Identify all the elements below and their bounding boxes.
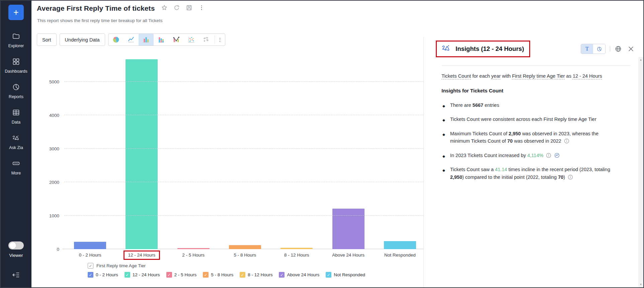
info-icon[interactable]	[567, 173, 573, 181]
legend-item-8-12-hours[interactable]: ✓8 - 12 Hours	[240, 272, 272, 278]
legend-checkbox[interactable]: ✓	[240, 272, 245, 278]
bar-0-2-hours[interactable]	[74, 242, 106, 249]
text-segment: as	[565, 73, 573, 79]
chart-type-more-icon[interactable]	[215, 34, 225, 46]
title-more-menu-icon[interactable]	[198, 4, 205, 12]
legend-item-2-5-hours[interactable]: ✓2 - 5 Hours	[166, 272, 197, 278]
text-segment: There are	[450, 102, 473, 108]
insight-field-link[interactable]: Tickets Count	[441, 73, 471, 79]
insight-field-link[interactable]: 12 - 24 Hours	[573, 73, 602, 79]
legend-checkbox[interactable]: ✓	[88, 272, 93, 278]
text-segment: 70	[558, 174, 563, 180]
x-axis-label-2-5-hours: 2 - 5 Hours	[168, 253, 219, 258]
bar-5-8-hours[interactable]	[229, 245, 261, 249]
refresh-icon[interactable]	[173, 4, 180, 12]
zia-icon	[441, 44, 451, 54]
zia-chart-icon[interactable]	[554, 152, 560, 159]
sidebar-bottom: Viewer	[1, 241, 31, 281]
save-icon[interactable]	[186, 4, 192, 12]
pie-chart-icon	[12, 83, 20, 92]
text-view-toggle[interactable]: T	[581, 44, 593, 54]
insights-panel-title: Insights (12 - 24 Hours)	[456, 45, 524, 53]
underlying-data-button[interactable]: Underlying Data	[60, 33, 105, 46]
sidebar-item-explorer[interactable]: Explorer	[8, 32, 24, 48]
legend-checkbox[interactable]: ✓	[203, 272, 209, 278]
app-window: + ExplorerDashboardsReportsDataAsk ZiaMo…	[0, 0, 644, 288]
legend-label: 5 - 8 Hours	[211, 272, 233, 277]
sidebar-item-data[interactable]: Data	[12, 109, 20, 125]
toggle-knob	[9, 242, 16, 249]
bar-slot	[168, 248, 219, 249]
bar-above-24-hours[interactable]	[332, 209, 365, 249]
text-segment: was observed in 2022	[513, 138, 561, 144]
sort-button[interactable]: Sort	[37, 33, 57, 46]
y-axis-label: 5000	[49, 79, 59, 84]
chart-type-map[interactable]	[199, 34, 214, 46]
sidebar-item-label: More	[11, 171, 21, 175]
chart-type-stacked-bar[interactable]	[154, 34, 169, 46]
chart-legend: ✓0 - 2 Hours✓12 - 24 Hours✓2 - 5 Hours✓5…	[88, 272, 429, 278]
create-new-button[interactable]: +	[8, 5, 24, 20]
bar-slot	[374, 241, 426, 249]
bar-8-12-hours[interactable]	[280, 248, 313, 249]
gridline	[64, 148, 426, 149]
folder-icon	[12, 32, 20, 41]
sidebar-item-more[interactable]: More	[11, 159, 21, 175]
sidebar-item-label: Data	[12, 120, 20, 125]
table-icon	[12, 109, 20, 118]
viewer-toggle[interactable]	[8, 241, 24, 249]
collapse-sidebar-button[interactable]	[12, 271, 20, 281]
chart-type-scatter[interactable]	[184, 34, 199, 46]
legend-item-5-8-hours[interactable]: ✓5 - 8 Hours	[203, 272, 233, 278]
bar-2-5-hours[interactable]	[177, 248, 210, 249]
insights-view-toggle: T	[581, 44, 606, 54]
legend-checkbox[interactable]: ✓	[166, 272, 172, 278]
bar-12-24-hours[interactable]	[126, 59, 158, 249]
favorite-star-icon[interactable]	[161, 4, 168, 12]
x-axis-label-not-responded: Not Responded	[374, 253, 426, 258]
legend-title: First Reply time Age Tier	[96, 263, 146, 268]
bar-slot	[322, 209, 374, 249]
info-icon[interactable]	[564, 137, 570, 145]
legend-item-above-24-hours[interactable]: ✓Above 24 Hours	[279, 272, 319, 278]
sidebar-item-dashboards[interactable]: Dashboards	[5, 58, 27, 74]
sidebar-item-label: Reports	[9, 94, 23, 99]
scrollbar[interactable]: ▲ ▼	[638, 57, 643, 287]
insight-field-link[interactable]: First Reply time Age Tier	[512, 73, 565, 79]
language-globe-button[interactable]	[615, 45, 622, 53]
legend-title-checkbox[interactable]: ✓	[88, 263, 93, 269]
insight-bullet: ◆Tickets Count were consistent across ea…	[441, 116, 619, 123]
text-segment: 2,950	[509, 131, 521, 136]
legend-checkbox[interactable]: ✓	[279, 272, 285, 278]
legend-item-not-responded[interactable]: ✓Not Responded	[326, 272, 365, 278]
gridline	[64, 215, 426, 216]
chart-type-combo[interactable]	[169, 34, 184, 46]
chart-type-bar-selected[interactable]	[139, 34, 154, 46]
close-insights-button[interactable]	[627, 45, 635, 53]
info-icon[interactable]	[546, 152, 552, 159]
scroll-up-arrow[interactable]: ▲	[640, 57, 642, 63]
chart-view-toggle[interactable]	[593, 44, 605, 54]
ellipsis-icon	[12, 159, 20, 168]
gridline	[64, 115, 426, 115]
bar-not-responded[interactable]	[384, 241, 416, 249]
chart-plot-area: 010002000300040005000	[64, 56, 426, 249]
legend-checkbox[interactable]: ✓	[125, 272, 130, 278]
sidebar-item-reports[interactable]: Reports	[9, 83, 23, 99]
bullet-diamond-icon: ◆	[442, 132, 445, 145]
y-axis-label: 4000	[49, 113, 59, 118]
text-segment: Tickets Count were consistent across eac…	[450, 117, 596, 122]
text-segment: for each	[471, 73, 491, 79]
legend-item-12-24-hours[interactable]: ✓12 - 24 Hours	[125, 272, 160, 278]
sidebar-item-ask-zia[interactable]: Ask Zia	[9, 134, 23, 150]
chart-type-pie[interactable]	[108, 34, 124, 46]
legend-checkbox[interactable]: ✓	[326, 272, 331, 278]
bar-slot	[271, 248, 322, 249]
bullet-diamond-icon: ◆	[442, 154, 445, 159]
scroll-down-arrow[interactable]: ▼	[640, 282, 642, 287]
insights-panel: Insights (12 - 24 Hours) T Tickets Count…	[424, 1, 643, 287]
legend-item-0-2-hours[interactable]: ✓0 - 2 Hours	[88, 272, 118, 278]
chart-type-line[interactable]	[124, 34, 139, 46]
sidebar-item-label: Dashboards	[5, 69, 27, 74]
insight-field-link[interactable]: year	[491, 73, 501, 79]
